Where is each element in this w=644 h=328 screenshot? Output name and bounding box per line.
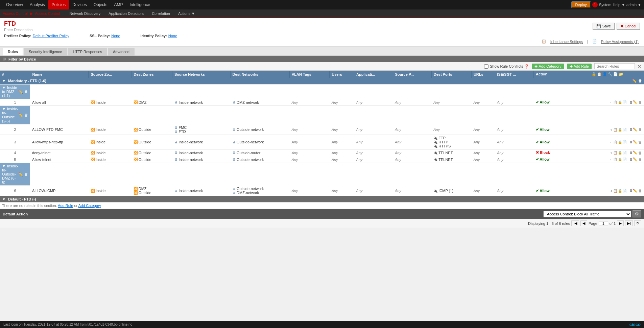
row-edit-icon[interactable]: ✏️ bbox=[633, 157, 638, 162]
nav-policies[interactable]: Policies bbox=[48, 0, 69, 9]
default-action-settings-btn[interactable]: ⚙ bbox=[633, 210, 641, 217]
row-act-icon4[interactable]: 📄 bbox=[623, 151, 627, 155]
row-act-icon3[interactable]: 🔒 bbox=[618, 151, 622, 155]
tab-actions[interactable]: Actions ▼ bbox=[174, 9, 199, 18]
row-act-icon1[interactable]: ○ bbox=[610, 128, 612, 132]
row-edit-icon[interactable]: ✏️ bbox=[633, 127, 638, 132]
alert-badge[interactable]: 1 bbox=[592, 2, 598, 7]
nav-intelligence[interactable]: Intelligence bbox=[126, 0, 153, 9]
row-act-icon2[interactable]: 📋 bbox=[613, 128, 617, 132]
col-urls: URLs bbox=[471, 71, 495, 78]
row-act-icon2[interactable]: 📋 bbox=[613, 140, 617, 144]
inheritance-settings[interactable]: Inheritance Settings bbox=[550, 40, 583, 44]
search-rules-input[interactable] bbox=[594, 63, 635, 69]
row-act-icon2[interactable]: 📋 bbox=[613, 158, 617, 161]
row-dest-network: 🖥 Outside-network bbox=[230, 156, 289, 163]
row-act-icon3[interactable]: 🔒 bbox=[618, 128, 622, 132]
mandatory-edit-icon[interactable]: ✏️ bbox=[632, 79, 637, 83]
add-rule-button[interactable]: ✚ Add Rule bbox=[567, 64, 592, 69]
row-action: ✖ Block ○ 📋 🔒 📄 0 ✏️ 🗑 bbox=[534, 149, 644, 156]
row-act-icon1[interactable]: ○ bbox=[610, 140, 612, 144]
row-act-icon1[interactable]: ○ bbox=[610, 158, 612, 161]
tab-http-responses[interactable]: HTTP Responses bbox=[68, 48, 107, 55]
cat-odz-edit-icon[interactable]: ✏️ bbox=[18, 172, 23, 177]
breadcrumb-left[interactable]: Access Control bbox=[3, 11, 28, 16]
row-delete-icon[interactable]: 🗑 bbox=[638, 189, 642, 193]
row-act-icon2[interactable]: 📋 bbox=[613, 189, 617, 193]
tab-security-intelligence[interactable]: Security Intelligence bbox=[24, 48, 67, 55]
last-page-button[interactable]: ▶| bbox=[625, 220, 633, 226]
policy-assignments[interactable]: Policy Assignments (1) bbox=[601, 40, 639, 44]
row-src-zone: 🔀 Inside bbox=[89, 186, 132, 196]
row-act-icon4[interactable]: 📄 bbox=[623, 189, 627, 193]
mandatory-delete-icon[interactable]: 🗑 bbox=[638, 79, 642, 83]
ssl-link[interactable]: None bbox=[111, 34, 120, 38]
cat-outside-edit-icon[interactable]: ✏️ bbox=[18, 113, 23, 117]
help-menu[interactable]: Help ▼ bbox=[613, 3, 625, 7]
row-edit-icon[interactable]: ✏️ bbox=[633, 189, 638, 193]
tab-application-detectors[interactable]: Application Detectors bbox=[104, 9, 148, 18]
row-act-icon4[interactable]: 📄 bbox=[623, 140, 627, 144]
row-act-icon2[interactable]: 📋 bbox=[613, 100, 617, 104]
row-act-icon3[interactable]: 🔒 bbox=[618, 100, 622, 104]
row-delete-icon[interactable]: 🗑 bbox=[638, 158, 642, 162]
cat-delete-icon[interactable]: 🗑 bbox=[24, 90, 28, 94]
system-link[interactable]: System bbox=[599, 3, 612, 7]
prev-page-button[interactable]: ◀ bbox=[580, 220, 587, 226]
row-act-icon4[interactable]: 📄 bbox=[623, 158, 627, 161]
row-edit-icon[interactable]: ✏️ bbox=[633, 140, 638, 144]
row-dest-network: 🖥 Outside-router bbox=[230, 149, 289, 156]
add-category-button[interactable]: ✚ Add Category bbox=[532, 64, 564, 69]
refresh-button[interactable]: ↻ bbox=[634, 220, 641, 226]
row-act-icon4[interactable]: 📄 bbox=[623, 128, 627, 132]
nav-analysis[interactable]: Analysis bbox=[26, 0, 48, 9]
nav-overview[interactable]: Overview bbox=[3, 0, 26, 9]
row-vlan: Any bbox=[290, 135, 330, 149]
row-delete-icon[interactable]: 🗑 bbox=[638, 151, 642, 155]
row-delete-icon[interactable]: 🗑 bbox=[638, 140, 642, 144]
row-act-icon3[interactable]: 🔒 bbox=[618, 140, 622, 144]
identity-link[interactable]: None bbox=[168, 34, 177, 38]
row-act-icon1[interactable]: ○ bbox=[610, 189, 612, 193]
default-action-dropdown[interactable]: Access Control: Block All Traffic bbox=[543, 211, 631, 217]
cancel-button[interactable]: ✖ Cancel bbox=[617, 23, 640, 30]
breadcrumb-right[interactable]: Access Control bbox=[35, 11, 60, 16]
cat-odz-delete-icon[interactable]: 🗑 bbox=[24, 172, 28, 177]
tab-advanced[interactable]: Advanced bbox=[108, 48, 135, 55]
row-act-icon4[interactable]: 📄 bbox=[623, 100, 627, 104]
close-search-button[interactable]: ✕ bbox=[638, 64, 641, 69]
row-edit-icon[interactable]: ✏️ bbox=[633, 100, 638, 104]
nav-objects[interactable]: Objects bbox=[90, 0, 111, 9]
cat-edit-icon[interactable]: ✏️ bbox=[18, 90, 23, 94]
admin-menu[interactable]: admin ▼ bbox=[626, 3, 641, 7]
table-row: 5 Allow-telnet 🔀 Inside 🔀 Outside 🖥 Insi… bbox=[0, 156, 644, 163]
add-rule-link[interactable]: Add Rule bbox=[58, 204, 73, 208]
deploy-button[interactable]: Deploy bbox=[571, 1, 591, 8]
tab-rules[interactable]: Rules bbox=[3, 48, 23, 55]
row-act-icon1[interactable]: ○ bbox=[610, 100, 612, 104]
section-mandatory: ▼ Mandatory - FTD (1-6) ✏️ 🗑 bbox=[0, 78, 644, 85]
prefilter-link[interactable]: Default Prefilter Policy bbox=[33, 34, 69, 38]
row-delete-icon[interactable]: 🗑 bbox=[638, 127, 642, 132]
row-delete-icon[interactable]: 🗑 bbox=[638, 100, 642, 104]
row-act-icon1[interactable]: ○ bbox=[610, 151, 612, 155]
row-act-icon3[interactable]: 🔒 bbox=[618, 189, 622, 193]
row-act-icon3[interactable]: 🔒 bbox=[618, 158, 622, 161]
row-dest-zone: 🔀 Outside bbox=[132, 135, 172, 149]
tab-correlation[interactable]: Correlation bbox=[148, 9, 174, 18]
add-category-link[interactable]: Add Category bbox=[78, 204, 101, 208]
nav-devices[interactable]: Devices bbox=[69, 0, 90, 9]
first-page-button[interactable]: |◀ bbox=[571, 220, 579, 226]
show-conflicts-checkbox[interactable] bbox=[484, 64, 488, 69]
save-button[interactable]: 💾 Save bbox=[593, 23, 615, 30]
tab-network-discovery[interactable]: Network Discovery bbox=[65, 9, 104, 18]
cat-outside-delete-icon[interactable]: 🗑 bbox=[24, 113, 28, 117]
nav-amp[interactable]: AMP bbox=[111, 0, 126, 9]
next-page-button[interactable]: ▶ bbox=[617, 220, 624, 226]
row-count: 0 bbox=[627, 158, 632, 162]
row-edit-icon[interactable]: ✏️ bbox=[633, 150, 638, 155]
row-act-icon2[interactable]: 📋 bbox=[613, 151, 617, 155]
row-count: 0 bbox=[627, 189, 632, 193]
row-dest-port: 🔌 TELNET bbox=[431, 149, 471, 156]
page-input[interactable] bbox=[599, 221, 608, 226]
